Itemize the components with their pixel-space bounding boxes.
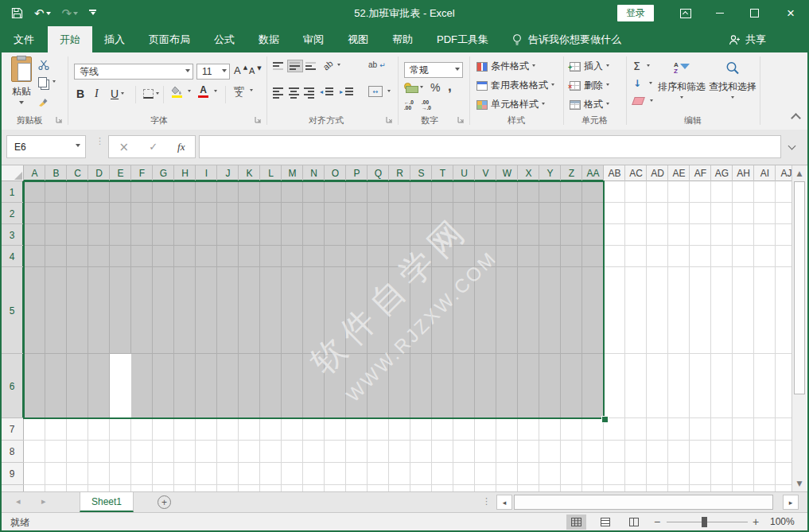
undo-button[interactable]: ↶ <box>34 6 51 21</box>
row-header-partial[interactable] <box>0 485 24 491</box>
decrease-indent-button[interactable]: ◂ <box>320 87 333 95</box>
scroll-up-icon[interactable]: ▲ <box>792 167 807 180</box>
col-header-G[interactable]: G <box>153 165 174 181</box>
namebox-splitter[interactable]: ⋮ <box>95 139 104 144</box>
number-format-combobox[interactable]: 常规 <box>404 62 463 78</box>
select-all-corner[interactable] <box>0 165 24 181</box>
zoom-in-button[interactable]: + <box>753 515 759 528</box>
page-layout-view-button[interactable] <box>595 515 615 530</box>
borders-button[interactable] <box>143 89 159 99</box>
sheet-tab-sheet1[interactable]: Sheet1 <box>80 492 134 512</box>
align-right-button[interactable] <box>303 87 314 99</box>
row-header-3[interactable]: 3 <box>0 224 24 246</box>
format-as-table-button[interactable]: 套用表格格式 <box>476 79 554 92</box>
col-header-B[interactable]: B <box>45 165 67 181</box>
col-header-Z[interactable]: Z <box>561 165 582 181</box>
ribbon-display-options-button[interactable] <box>672 0 699 26</box>
col-header-N[interactable]: N <box>303 165 325 181</box>
clear-button[interactable] <box>633 97 653 105</box>
percent-style-button[interactable]: % <box>430 81 440 94</box>
font-color-button[interactable]: A <box>198 86 217 98</box>
sheet-nav-left-icon[interactable]: ◂ <box>16 496 21 507</box>
cut-button[interactable] <box>38 60 49 70</box>
tab-帮助[interactable]: 帮助 <box>380 26 425 52</box>
top-align-button[interactable] <box>273 62 284 70</box>
font-dialog-launcher[interactable] <box>255 115 263 124</box>
zoom-out-button[interactable]: − <box>654 515 660 528</box>
italic-button[interactable]: I <box>95 87 99 100</box>
col-header-AI[interactable]: AI <box>754 165 776 181</box>
name-box-dropdown-icon[interactable] <box>76 144 80 150</box>
cancel-icon[interactable]: × <box>119 140 130 154</box>
hscroll-left-icon[interactable]: ◂ <box>496 495 512 510</box>
increase-font-size-button[interactable]: A▲ <box>234 64 247 76</box>
cell-styles-button[interactable]: 单元格样式 <box>476 98 545 111</box>
col-header-I[interactable]: I <box>196 165 217 181</box>
merge-center-button[interactable]: ↔ <box>368 86 391 97</box>
col-header-AF[interactable]: AF <box>690 165 711 181</box>
row-header-8[interactable]: 8 <box>0 441 24 463</box>
col-header-Q[interactable]: Q <box>368 165 389 181</box>
tab-文件[interactable]: 文件 <box>0 26 48 52</box>
tab-视图[interactable]: 视图 <box>336 26 380 52</box>
wrap-text-button[interactable]: ab↵ <box>368 60 386 69</box>
expand-formula-bar-button[interactable] <box>789 143 795 149</box>
selection-fill-handle[interactable] <box>601 416 609 423</box>
autosum-button[interactable]: Σ <box>633 60 650 72</box>
enter-icon[interactable]: ✓ <box>149 141 158 153</box>
col-header-AH[interactable]: AH <box>733 165 754 181</box>
tab-页面布局[interactable]: 页面布局 <box>137 26 202 52</box>
font-name-combobox[interactable]: 等线 <box>74 64 193 80</box>
underline-button[interactable]: U <box>111 87 124 100</box>
row-header-4[interactable]: 4 <box>0 246 24 267</box>
insert-cells-button[interactable]: + 插入 <box>570 60 609 73</box>
accounting-format-button[interactable] <box>404 83 423 93</box>
delete-cells-button[interactable]: × 删除 <box>570 79 609 92</box>
sheet-nav-right-icon[interactable]: ▸ <box>41 496 46 507</box>
col-header-AB[interactable]: AB <box>604 165 625 181</box>
bottom-align-button[interactable] <box>305 62 317 70</box>
paste-button[interactable]: 粘贴 <box>5 56 38 107</box>
col-header-P[interactable]: P <box>346 165 368 181</box>
tell-me-box[interactable]: 告诉我你想要做什么 <box>500 26 621 52</box>
tab-开始[interactable]: 开始 <box>48 26 92 52</box>
row-header-5[interactable]: 5 <box>0 267 24 354</box>
col-header-AD[interactable]: AD <box>647 165 668 181</box>
active-cell-E6[interactable] <box>110 354 131 418</box>
alignment-dialog-launcher[interactable] <box>386 115 395 124</box>
col-header-H[interactable]: H <box>174 165 196 181</box>
col-header-A[interactable]: A <box>24 165 45 181</box>
align-center-button[interactable] <box>288 87 299 99</box>
row-header-9[interactable]: 9 <box>0 463 24 485</box>
clipboard-dialog-launcher[interactable] <box>56 115 64 124</box>
maximize-button[interactable] <box>741 0 768 26</box>
zoom-slider-thumb[interactable] <box>702 517 707 527</box>
decrease-font-size-button[interactable]: A▼ <box>249 66 262 76</box>
col-header-L[interactable]: L <box>260 165 282 181</box>
align-left-button[interactable] <box>273 87 284 99</box>
hscroll-right-icon[interactable]: ▸ <box>783 495 799 510</box>
redo-button[interactable]: ↷ <box>62 6 79 21</box>
save-icon[interactable] <box>11 7 23 19</box>
name-box[interactable]: E6 <box>6 135 86 158</box>
decrease-decimal-button[interactable]: .00→.0 <box>422 100 431 111</box>
collapse-ribbon-button[interactable] <box>792 115 799 122</box>
orientation-button[interactable]: ab <box>323 60 340 70</box>
col-header-AG[interactable]: AG <box>711 165 733 181</box>
col-header-AE[interactable]: AE <box>668 165 690 181</box>
tab-审阅[interactable]: 审阅 <box>291 26 336 52</box>
col-header-R[interactable]: R <box>389 165 410 181</box>
zoom-slider-track[interactable] <box>667 522 748 522</box>
page-break-view-button[interactable] <box>624 515 644 530</box>
col-header-D[interactable]: D <box>88 165 110 181</box>
tab-数据[interactable]: 数据 <box>247 26 291 52</box>
sort-filter-button[interactable]: AZ 排序和筛选 <box>657 58 706 100</box>
increase-decimal-button[interactable]: ←.0.00 <box>404 100 414 111</box>
increase-indent-button[interactable]: ▸ <box>340 87 353 95</box>
col-header-K[interactable]: K <box>239 165 260 181</box>
tab-PDF工具集[interactable]: PDF工具集 <box>425 26 500 52</box>
formula-input[interactable] <box>199 135 781 158</box>
normal-view-button[interactable] <box>566 515 586 530</box>
fill-button[interactable]: ↓ <box>633 78 652 89</box>
font-size-combobox[interactable]: 11 <box>196 64 230 80</box>
